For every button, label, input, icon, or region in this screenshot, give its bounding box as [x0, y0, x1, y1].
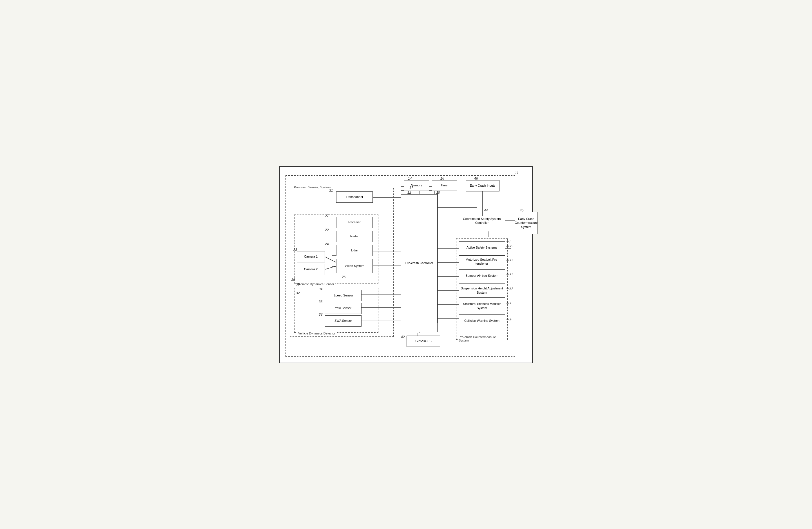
ref-speed: 34 — [319, 287, 322, 291]
ref-radar: 22 — [325, 228, 329, 232]
camera1-box: Camera 1 — [297, 251, 325, 262]
ref-gps: 42 — [401, 335, 405, 339]
ref-lidar: 24 — [325, 242, 329, 246]
ref-swa: 38 — [319, 312, 322, 317]
ref-40b: 40B — [507, 258, 512, 262]
pre-crash-countermeasure-label: Pre-crash Countermeasure System — [458, 335, 507, 342]
ref-30: 30 — [296, 282, 300, 286]
ref-transponder: 31 — [329, 189, 333, 193]
vision-system-box: Vision System — [336, 259, 373, 273]
receiver-box: Receiver — [336, 217, 373, 228]
ref-timer: 16 — [440, 177, 444, 180]
ref-17: 17 — [409, 186, 413, 190]
structural-stiffness-box: Structural Stiffness Modifier System — [459, 299, 505, 313]
motorized-seatbelt-box: Motorized Seatbelt Pre-tensioner — [459, 255, 505, 268]
ref-controller: 12 — [407, 191, 411, 194]
ref-40e: 40E — [507, 301, 512, 305]
yaw-sensor-box: Yaw Sensor — [325, 303, 362, 314]
diagram-container: 11 — [279, 166, 533, 363]
collision-warning-box: Collision Warning System — [459, 314, 505, 327]
swa-sensor-box: SWA Sensor — [325, 315, 362, 327]
early-crash-inputs-box: Early Crash Inputs — [466, 180, 499, 191]
ref-45: 45 — [520, 208, 523, 212]
ref-40d: 40D — [507, 286, 513, 290]
memory-box: Memory — [404, 180, 429, 191]
lidar-box: Lidar — [336, 245, 373, 256]
ref-32: 32 — [296, 291, 300, 295]
ref-vision: 26 — [342, 275, 346, 279]
ref-memory: 14 — [408, 177, 412, 180]
radar-box: Radar — [336, 231, 373, 242]
ref-early-inputs: 46 — [474, 177, 478, 180]
ref-camera1: 28 — [293, 248, 297, 252]
gps-box: GPS/DGPS — [407, 336, 440, 347]
timer-box: Timer — [432, 180, 457, 191]
coord-safety-box: Coordinated Safety System Controller — [459, 212, 505, 230]
ref-10: 10 — [436, 191, 440, 194]
ref-40f: 40F — [507, 317, 512, 321]
pre-crash-controller-box: Pre-crash Controller — [401, 194, 437, 332]
bumper-airbag-box: Bumper Air-bag System — [459, 269, 505, 282]
early-crash-countermeasure-box: Early Crash Countermeasure System — [515, 212, 537, 234]
remote-dynamics-label: Remote Dynamics Sensor — [297, 282, 335, 286]
transponder-box: Transponder — [336, 191, 373, 203]
ref-yaw: 36 — [319, 300, 322, 304]
ref-40a: 40A — [507, 244, 512, 248]
camera2-box: Camera 2 — [297, 264, 325, 275]
ref-coord: 44 — [484, 208, 488, 212]
ref-40: 40 — [507, 239, 510, 243]
ref-30b: 30 — [291, 278, 295, 282]
vehicle-dynamics-label: Vehicle Dynamics Detector — [297, 332, 336, 335]
active-safety-box: Active Safety Systems — [459, 241, 505, 254]
suspension-height-box: Suspension Height Adjustment System — [459, 283, 505, 297]
speed-sensor-box: Speed Sensor — [325, 290, 362, 301]
ref-11: 11 — [515, 171, 519, 175]
ref-receiver: 27 — [325, 214, 329, 218]
ref-40c: 40C — [507, 272, 513, 276]
pre-crash-sensing-label: Pre-crash Sensing System — [293, 186, 331, 189]
